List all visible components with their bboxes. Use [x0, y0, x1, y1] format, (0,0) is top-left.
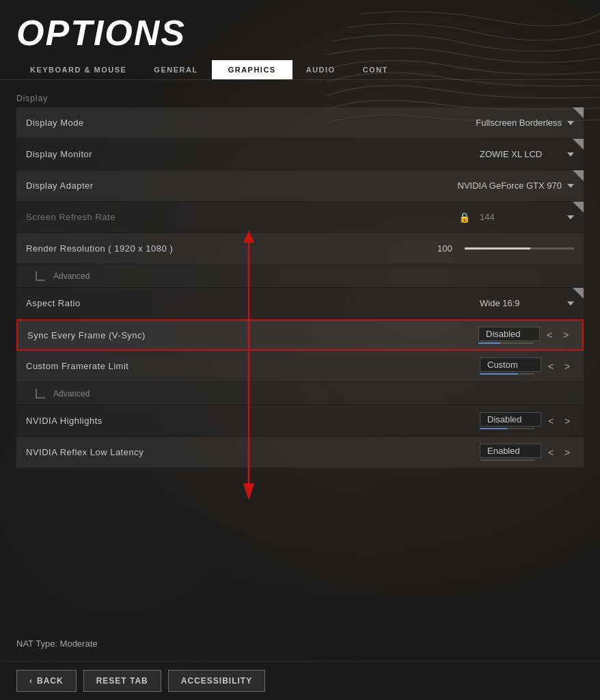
- display-adapter-label: Display Adapter: [26, 180, 458, 191]
- display-monitor-label: Display Monitor: [26, 149, 480, 159]
- refresh-rate-value: 🔒 144: [459, 212, 574, 223]
- render-resolution-value: 100: [437, 243, 574, 254]
- nvidia-highlights-prev-button[interactable]: <: [544, 414, 558, 428]
- nvidia-reflex-label: NVIDIA Reflex Low Latency: [26, 447, 480, 457]
- setting-framerate-limit[interactable]: Custom Framerate Limit Custom < >: [16, 351, 584, 382]
- nvidia-highlights-next-button[interactable]: >: [560, 414, 574, 428]
- nvidia-reflex-next-button[interactable]: >: [560, 446, 574, 459]
- back-arrow-icon: ‹: [29, 676, 33, 686]
- tab-keyboard-mouse[interactable]: KEYBOARD & MOUSE: [16, 60, 140, 79]
- vsync-progress: [478, 342, 533, 344]
- setting-render-resolution[interactable]: Render Resolution ( 1920 x 1080 ) 100: [16, 233, 584, 265]
- display-adapter-value: NVIDIA GeForce GTX 970: [458, 180, 574, 191]
- vsync-label: Sync Every Frame (V-Sync): [27, 330, 478, 340]
- setting-nvidia-highlights[interactable]: NVIDIA Highlights Disabled < >: [16, 405, 584, 437]
- framerate-next-button[interactable]: >: [560, 360, 574, 373]
- chevron-down-icon: [567, 121, 574, 125]
- advanced-label-1: Advanced: [36, 271, 90, 281]
- setting-display-mode[interactable]: Display Mode Fullscreen Borderless: [16, 107, 584, 139]
- nav-tabs: KEYBOARD & MOUSE GENERAL GRAPHICS AUDIO …: [0, 60, 600, 80]
- advanced-row-2[interactable]: Advanced: [16, 382, 584, 405]
- nvidia-reflex-arrow-control[interactable]: Enabled < >: [480, 444, 574, 461]
- nvidia-highlights-arrow-control[interactable]: Disabled < >: [480, 412, 574, 429]
- refresh-rate-label: Screen Refresh Rate: [26, 212, 459, 222]
- render-resolution-label: Render Resolution ( 1920 x 1080 ): [26, 243, 437, 254]
- framerate-progress: [480, 373, 534, 375]
- tab-graphics[interactable]: GRAPHICS: [212, 60, 292, 79]
- header: OPTIONS: [0, 0, 600, 60]
- display-mode-label: Display Mode: [26, 118, 476, 128]
- advanced-row-1[interactable]: Advanced: [16, 265, 584, 288]
- chevron-down-icon: [567, 301, 574, 306]
- page-title: OPTIONS: [16, 12, 584, 53]
- nvidia-reflex-value: Enabled < >: [480, 444, 574, 461]
- content-area: Display Display Mode Fullscreen Borderle…: [0, 80, 600, 661]
- chevron-down-icon: [567, 152, 574, 157]
- setting-refresh-rate[interactable]: Screen Refresh Rate 🔒 144: [16, 202, 584, 233]
- accessibility-button[interactable]: Accessibility: [168, 670, 265, 692]
- framerate-prev-button[interactable]: <: [544, 360, 558, 373]
- setting-aspect-ratio[interactable]: Aspect Ratio Wide 16:9: [16, 288, 584, 319]
- nvidia-highlights-value-box: Disabled: [480, 412, 541, 427]
- nvidia-reflex-progress: [480, 459, 534, 461]
- aspect-ratio-value: Wide 16:9: [480, 298, 574, 308]
- display-mode-value: Fullscreen Borderless: [476, 118, 574, 128]
- vsync-prev-button[interactable]: <: [543, 328, 556, 342]
- nvidia-reflex-value-box: Enabled: [480, 444, 541, 458]
- svg-marker-1: [243, 483, 254, 500]
- nat-type-info: NAT Type: Moderate: [16, 638, 584, 649]
- chevron-down-icon: [567, 215, 574, 219]
- nvidia-highlights-progress: [480, 428, 534, 429]
- display-section-label: Display: [16, 94, 584, 103]
- chevron-down-icon: [567, 184, 574, 188]
- setting-display-monitor[interactable]: Display Monitor ZOWIE XL LCD: [16, 139, 584, 170]
- setting-nvidia-reflex[interactable]: NVIDIA Reflex Low Latency Enabled < >: [16, 437, 584, 468]
- framerate-arrow-control[interactable]: Custom < >: [480, 358, 574, 375]
- render-resolution-slider[interactable]: [465, 247, 574, 250]
- framerate-limit-label: Custom Framerate Limit: [26, 361, 480, 371]
- vsync-arrow-control[interactable]: Disabled < >: [478, 327, 573, 344]
- vsync-value-box: Disabled: [478, 327, 540, 341]
- nvidia-reflex-prev-button[interactable]: <: [544, 446, 558, 459]
- lock-icon: 🔒: [459, 212, 470, 223]
- tab-audio[interactable]: AUDIO: [292, 60, 349, 79]
- back-button[interactable]: ‹ Back: [16, 670, 77, 692]
- settings-panel: Display Mode Fullscreen Borderless Displ…: [16, 107, 584, 638]
- tab-general[interactable]: GENERAL: [140, 60, 211, 79]
- setting-display-adapter[interactable]: Display Adapter NVIDIA GeForce GTX 970: [16, 170, 584, 202]
- reset-tab-button[interactable]: Reset Tab: [83, 670, 161, 692]
- vsync-next-button[interactable]: >: [559, 328, 573, 342]
- corner-bracket-icon: [36, 271, 45, 281]
- vsync-value: Disabled < >: [478, 327, 573, 344]
- advanced-label-2: Advanced: [36, 389, 90, 399]
- tab-controller[interactable]: CONT: [349, 60, 402, 79]
- framerate-value-box: Custom: [480, 358, 541, 372]
- setting-vsync[interactable]: Sync Every Frame (V-Sync) Disabled <: [16, 319, 584, 351]
- footer: ‹ Back Reset Tab Accessibility: [0, 661, 600, 700]
- display-monitor-value: ZOWIE XL LCD: [480, 149, 574, 159]
- framerate-limit-value: Custom < >: [480, 358, 574, 375]
- nvidia-highlights-label: NVIDIA Highlights: [26, 416, 480, 426]
- corner-bracket-icon-2: [36, 389, 45, 399]
- nvidia-highlights-value: Disabled < >: [480, 412, 574, 429]
- aspect-ratio-label: Aspect Ratio: [26, 298, 480, 308]
